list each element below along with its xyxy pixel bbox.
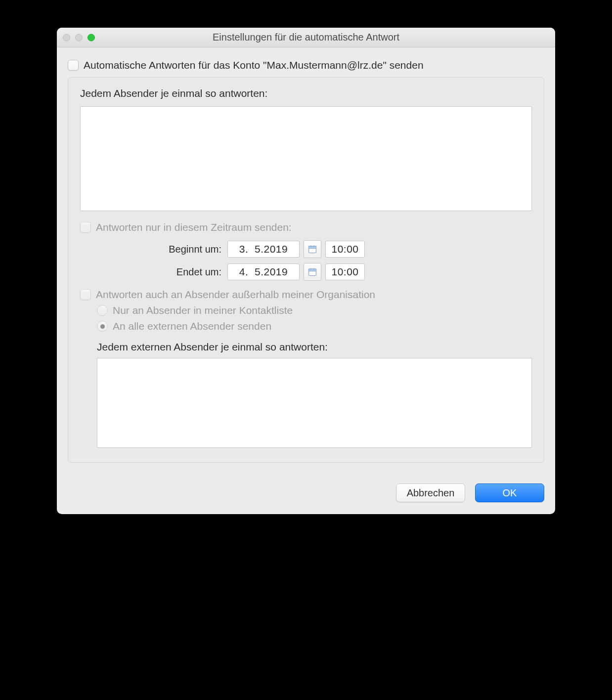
- radio-contacts-label: Nur an Absender in meiner Kontaktliste: [113, 305, 293, 316]
- start-date-picker-button[interactable]: [304, 240, 321, 258]
- enable-auto-reply-label: Automatische Antworten für das Konto "Ma…: [84, 59, 424, 71]
- external-enable-row[interactable]: Antworten auch an Absender außerhalb mei…: [80, 289, 532, 301]
- end-date-picker-button[interactable]: [304, 263, 321, 281]
- svg-rect-5: [309, 269, 316, 271]
- radio-all-row[interactable]: An alle externen Absender senden: [97, 320, 532, 332]
- ok-button[interactable]: OK: [475, 483, 544, 502]
- start-time-input[interactable]: 10:00: [325, 241, 365, 258]
- zoom-icon[interactable]: [87, 34, 95, 41]
- radio-all-label: An alle externen Absender senden: [113, 320, 271, 332]
- external-reply-label: Jedem externen Absender je einmal so ant…: [97, 341, 532, 353]
- svg-rect-1: [309, 246, 316, 248]
- end-row: Endet um: 4. 5.2019 10:00: [80, 263, 532, 281]
- internal-reply-textarea[interactable]: [80, 106, 532, 211]
- minimize-icon[interactable]: [75, 34, 83, 41]
- start-date-input[interactable]: 3. 5.2019: [227, 241, 300, 258]
- enable-auto-reply-checkbox[interactable]: [68, 60, 79, 71]
- window-controls: [63, 34, 95, 41]
- dialog-footer: Abbrechen OK: [57, 474, 555, 514]
- window-title: Einstellungen für die automatische Antwo…: [57, 32, 555, 43]
- external-reply-textarea[interactable]: [97, 358, 532, 448]
- internal-reply-label: Jedem Absender je einmal so antworten:: [80, 88, 532, 99]
- cancel-button[interactable]: Abbrechen: [396, 483, 465, 502]
- dialog-window: Einstellungen für die automatische Antwo…: [57, 28, 555, 514]
- timerange-checkbox[interactable]: [80, 222, 91, 233]
- timerange-label: Antworten nur in diesem Zeitraum senden:: [96, 221, 292, 233]
- timerange-row[interactable]: Antworten nur in diesem Zeitraum senden:: [80, 221, 532, 233]
- end-label: Endet um:: [80, 266, 223, 278]
- calendar-icon: [307, 244, 317, 254]
- date-rows: Beginnt um: 3. 5.2019 10:00 Endet um:: [80, 240, 532, 281]
- radio-contacts[interactable]: [97, 305, 108, 316]
- external-scope-group: Nur an Absender in meiner Kontaktliste A…: [97, 305, 532, 332]
- external-enable-checkbox[interactable]: [80, 289, 91, 300]
- end-time-input[interactable]: 10:00: [325, 263, 365, 280]
- calendar-icon: [307, 267, 317, 277]
- radio-contacts-row[interactable]: Nur an Absender in meiner Kontaktliste: [97, 305, 532, 316]
- enable-auto-reply-row[interactable]: Automatische Antworten für das Konto "Ma…: [68, 59, 544, 71]
- end-date-input[interactable]: 4. 5.2019: [227, 263, 300, 280]
- titlebar: Einstellungen für die automatische Antwo…: [57, 28, 555, 47]
- radio-all[interactable]: [97, 321, 108, 332]
- external-enable-label: Antworten auch an Absender außerhalb mei…: [96, 289, 375, 301]
- start-row: Beginnt um: 3. 5.2019 10:00: [80, 240, 532, 258]
- close-icon[interactable]: [63, 34, 70, 41]
- start-label: Beginnt um:: [80, 244, 223, 255]
- settings-panel: Jedem Absender je einmal so antworten: A…: [68, 77, 544, 463]
- dialog-content: Automatische Antworten für das Konto "Ma…: [57, 47, 555, 474]
